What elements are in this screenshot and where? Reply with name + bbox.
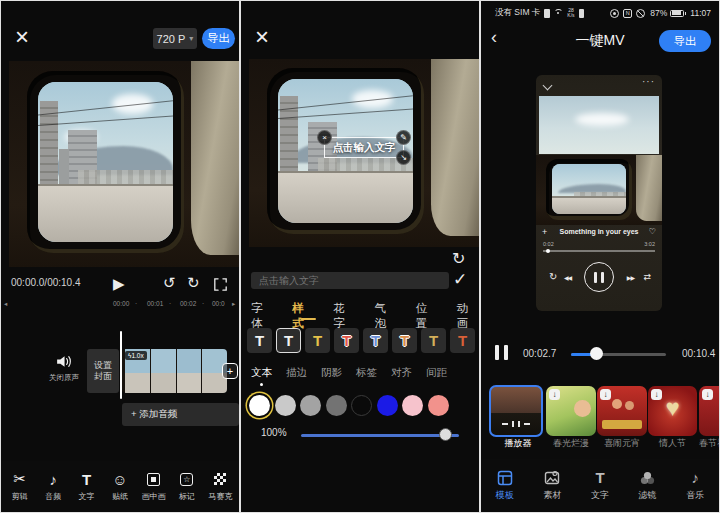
template-player[interactable] bbox=[489, 385, 543, 437]
tab-filter[interactable]: 滤镜 bbox=[630, 469, 666, 502]
editor-toolbar: ✂剪辑 ♪音频 T文字 ☺贴纸 画中画 ☆标记 马赛克 bbox=[1, 461, 239, 512]
train-window bbox=[27, 71, 183, 252]
opacity-slider-track[interactable] bbox=[301, 434, 459, 437]
swatch-blue[interactable] bbox=[377, 395, 398, 416]
tool-mosaic[interactable]: 马赛克 bbox=[205, 471, 235, 502]
style-preset-4[interactable]: T bbox=[334, 328, 359, 353]
tab-text[interactable]: T 文字 bbox=[582, 469, 618, 502]
swatch-black[interactable] bbox=[351, 395, 372, 416]
style-preset-1[interactable]: T bbox=[247, 328, 272, 353]
active-tab-underline bbox=[301, 318, 316, 320]
style-preset-5[interactable]: T bbox=[363, 328, 388, 353]
pause-toggle[interactable] bbox=[495, 345, 508, 360]
forward-icon[interactable]: ▶▶ bbox=[627, 274, 634, 281]
video-preview[interactable]: 点击输入文字 × ✎ ↘ bbox=[249, 59, 479, 247]
opacity-value: 100% bbox=[261, 427, 287, 438]
editor-panel: × 720 P▾ 导出 00:00.0/00:10.4 bbox=[1, 1, 239, 512]
sim-icon bbox=[544, 9, 550, 18]
like-icon[interactable]: ♡ bbox=[649, 227, 656, 236]
tab-font[interactable]: 字体 bbox=[251, 301, 273, 331]
original-sound-icon[interactable] bbox=[55, 353, 72, 370]
play-button[interactable]: ▶ bbox=[113, 275, 125, 293]
eye-icon bbox=[610, 9, 619, 18]
set-cover-button[interactable]: 设置封面 bbox=[87, 349, 119, 393]
text-input[interactable] bbox=[251, 272, 449, 289]
tool-audio[interactable]: ♪音频 bbox=[38, 471, 68, 502]
player-template-preview[interactable]: ··· + Something in your eyes ♡ 0:02 3:02… bbox=[536, 75, 662, 311]
scrub-total-time: 00:10.4 bbox=[682, 348, 715, 359]
export-button[interactable]: 导出 bbox=[202, 28, 235, 49]
text-overlay-selection[interactable]: 点击输入文字 × ✎ ↘ bbox=[324, 137, 404, 158]
delete-handle[interactable]: × bbox=[317, 130, 332, 145]
rewind-icon[interactable]: ◀◀ bbox=[564, 274, 571, 281]
edit-handle[interactable]: ✎ bbox=[396, 130, 411, 145]
active-subtab-dot bbox=[260, 383, 263, 386]
subtab-shadow[interactable]: 阴影 bbox=[321, 366, 342, 380]
resolution-dropdown[interactable]: 720 P▾ bbox=[153, 28, 197, 49]
rotate-icon[interactable]: ↻ bbox=[452, 249, 465, 268]
music-note-icon: ♪ bbox=[691, 469, 699, 486]
subtab-spacing[interactable]: 间距 bbox=[426, 366, 447, 380]
subtab-label[interactable]: 标签 bbox=[356, 366, 377, 380]
video-preview[interactable] bbox=[9, 61, 239, 267]
close-icon[interactable]: × bbox=[15, 25, 29, 49]
fullscreen-button[interactable] bbox=[214, 278, 227, 291]
confirm-icon[interactable]: ✓ bbox=[453, 269, 467, 290]
undo-button[interactable]: ↺ bbox=[163, 274, 176, 292]
swatch-red[interactable] bbox=[453, 395, 474, 416]
scrub-handle[interactable] bbox=[590, 347, 603, 360]
shuffle-icon[interactable]: ⇄ bbox=[643, 272, 651, 282]
more-icon[interactable]: ··· bbox=[642, 76, 655, 87]
tab-animation[interactable]: 动画 bbox=[457, 301, 479, 331]
tool-pip[interactable]: 画中画 bbox=[138, 471, 168, 502]
add-clip-button[interactable]: + bbox=[222, 363, 238, 379]
template-3[interactable]: ↓ bbox=[597, 386, 647, 436]
swatch-lightgray[interactable] bbox=[275, 395, 296, 416]
style-preset-7[interactable]: T bbox=[421, 328, 446, 353]
style-preset-3[interactable]: T bbox=[305, 328, 330, 353]
tab-music[interactable]: ♪ 音乐 bbox=[677, 469, 713, 502]
style-preset-2[interactable]: T bbox=[276, 328, 301, 353]
subtab-text[interactable]: 文本 bbox=[251, 366, 272, 380]
speed-badge[interactable]: ϟ1.0x bbox=[125, 351, 147, 360]
scrub-track[interactable] bbox=[571, 353, 666, 356]
tab-fancy[interactable]: 花字 bbox=[333, 301, 355, 331]
tab-position[interactable]: 位置 bbox=[416, 301, 438, 331]
mute-original-label[interactable]: 关闭原声 bbox=[43, 373, 85, 383]
tab-material[interactable]: 素材 bbox=[534, 469, 570, 502]
add-audio-button[interactable]: + 添加音频 bbox=[122, 403, 239, 426]
song-progress-handle[interactable] bbox=[546, 249, 550, 253]
swatch-darkgray[interactable] bbox=[326, 395, 347, 416]
swatch-white[interactable] bbox=[249, 395, 270, 416]
tab-bubble[interactable]: 气泡 bbox=[375, 301, 397, 331]
song-time-end: 3:02 bbox=[644, 241, 655, 247]
tool-sticker[interactable]: ☺贴纸 bbox=[105, 471, 135, 502]
swatch-salmon[interactable] bbox=[428, 395, 449, 416]
tool-cut[interactable]: ✂剪辑 bbox=[5, 471, 35, 502]
tab-style[interactable]: 样式 bbox=[292, 301, 314, 331]
template-5[interactable]: ↓ bbox=[699, 386, 719, 436]
tool-mark[interactable]: ☆标记 bbox=[172, 471, 202, 502]
tab-template[interactable]: 模板 bbox=[487, 469, 523, 502]
template-2[interactable]: ↓ bbox=[546, 386, 596, 436]
template-4[interactable]: ♥ ↓ bbox=[648, 386, 697, 436]
close-icon[interactable]: × bbox=[255, 25, 269, 49]
style-preset-6[interactable]: T bbox=[392, 328, 417, 353]
tool-text[interactable]: T文字 bbox=[72, 471, 102, 502]
pause-button[interactable] bbox=[584, 262, 614, 292]
opacity-slider-handle[interactable] bbox=[439, 428, 452, 441]
collapse-icon[interactable] bbox=[543, 81, 553, 91]
export-button[interactable]: 导出 bbox=[659, 30, 711, 52]
ruler-left-icon: ◂ bbox=[4, 300, 7, 308]
swatch-gray[interactable] bbox=[300, 395, 321, 416]
repeat-icon[interactable]: ↻ bbox=[549, 271, 557, 282]
style-preset-8[interactable]: T bbox=[450, 328, 475, 353]
text-overlay[interactable]: 点击输入文字 bbox=[333, 141, 396, 155]
subtab-align[interactable]: 对齐 bbox=[391, 366, 412, 380]
redo-button[interactable]: ↻ bbox=[187, 274, 200, 292]
scale-handle[interactable]: ↘ bbox=[396, 150, 411, 165]
song-title: Something in your eyes bbox=[536, 228, 662, 235]
song-progress[interactable] bbox=[543, 250, 655, 252]
subtab-stroke[interactable]: 描边 bbox=[286, 366, 307, 380]
swatch-pink[interactable] bbox=[402, 395, 423, 416]
